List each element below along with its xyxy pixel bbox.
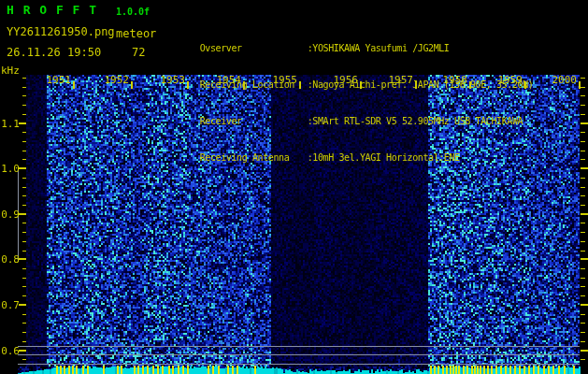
info-label: Receiver (200, 115, 308, 127)
time-tick-label: 2000 (549, 74, 577, 86)
freq-tick-label: 0.6 (0, 345, 20, 357)
freq-tick-label: 0.7 (0, 299, 20, 311)
freq-tick-label: 0.9 (0, 209, 20, 221)
info-label: Ovserver (200, 42, 308, 54)
time-tick-label: 1957 (385, 74, 413, 86)
meteor-count: 72 (132, 46, 145, 59)
datetime-label: 26.11.26 19:50 (7, 46, 101, 59)
freq-tick-label: 0.8 (0, 253, 20, 266)
info-label: Receiving Antenna (200, 151, 308, 164)
info-row-antenna: Receiving Antenna:10mH 3el.YAGI Horizont… (168, 139, 533, 151)
time-tick-label: 1955 (269, 74, 297, 86)
freq-tick-label: 1.0 (0, 163, 20, 175)
output-filename: YY2611261950.png (7, 25, 115, 38)
hrofft-window: H R O F F T 1.0.0f YY2611261950.png mete… (0, 0, 588, 374)
app-version: 1.0.0f (116, 7, 150, 17)
app-title: H R O F F T (7, 3, 97, 17)
info-value: :YOSHIKAWA Yasufumi /JG2MLI (308, 43, 450, 53)
time-tick-label: 1953 (157, 74, 185, 86)
station-info: Ovserver:YOSHIKAWA Yasufumi /JG2MLI Rece… (168, 6, 533, 176)
mode-label: meteor (116, 27, 156, 40)
info-row-observer: Ovserver:YOSHIKAWA Yasufumi /JG2MLI (168, 30, 533, 42)
time-tick-label: 1954 (213, 74, 241, 86)
info-row-receiver: Receiver:SMArt RTL-SDR V5 52.905MHz USB … (168, 103, 533, 115)
time-tick-label: 1958 (439, 74, 467, 86)
freq-axis-unit: kHz (1, 65, 20, 77)
freq-tick-label: 1.1 (0, 118, 20, 130)
time-tick-label: 1952 (101, 74, 129, 86)
time-tick-label: 1956 (330, 74, 358, 86)
time-tick-label: 1951 (43, 74, 71, 86)
info-value: :10mH 3el.YAGI Horizontal:ENE (308, 152, 460, 163)
info-value: :SMArt RTL-SDR V5 52.905MHz USB TACHIKAW… (308, 116, 523, 126)
time-tick-label: 1959 (495, 74, 523, 86)
